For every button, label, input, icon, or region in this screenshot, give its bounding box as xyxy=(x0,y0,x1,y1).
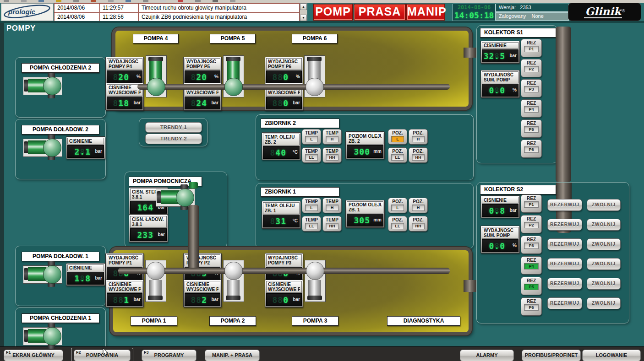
tank-2-level-flag-h-indicator: H xyxy=(412,136,425,142)
alarm-row[interactable]: 2014/08/0611:29:57Timeout ruchu obrotu g… xyxy=(55,4,299,12)
s2-rez-p5-button[interactable]: REZP5 xyxy=(521,277,542,295)
version-value: 2353 xyxy=(520,5,531,10)
pump-6-flow-display-unit: % xyxy=(296,74,300,79)
s1-rez-p3-button[interactable]: REZP3 xyxy=(521,79,542,97)
pump-6-flow-display-label-line: POMPY P6 xyxy=(268,64,300,69)
s1-rez-p4-button[interactable]: REZP4 xyxy=(521,99,542,118)
s1-rez-p2-button-top-label: REZ xyxy=(521,60,541,66)
diagnostics-button[interactable]: DIAGNOSTYKA xyxy=(387,316,460,326)
glinik-reg-mark: ® xyxy=(622,9,625,13)
s2-reserve-p5-button[interactable]: REZERWUJ xyxy=(547,278,582,290)
tank-1-temp-flag-h-indicator: H xyxy=(326,205,338,211)
tank-1-temp-display: TEMP. OLEJUZB. 188831°C xyxy=(262,201,301,229)
s2-rez-p4-button[interactable]: REZP4 xyxy=(521,256,542,275)
s2-release-p4-button[interactable]: ZWOLNIJ xyxy=(587,258,621,270)
s2-release-p6-button[interactable]: ZWOLNIJ xyxy=(587,297,621,309)
tank-1-level-flag-hh: POZ.HH xyxy=(409,216,428,232)
pump-1-icon-motor-cap xyxy=(148,296,163,300)
tank-2-temp-flag-ll: TEMPLL xyxy=(302,147,321,163)
s1-rez-p6-button[interactable]: REZP6 xyxy=(521,140,542,158)
collector-s1-flow-display-unit: % xyxy=(513,87,517,92)
s2-rez-p6-button[interactable]: REZP6 xyxy=(521,297,542,316)
s1-rez-p2-button-indicator: P2 xyxy=(524,66,539,72)
aux-pump-charge-pressure-display-label: CIŚN. ŁADOW.3.8.1 xyxy=(130,216,167,228)
collector-s2-flow-display-label-line: WYDAJNOŚĆ xyxy=(484,228,517,233)
pump-3-pressure-display-unit: bar xyxy=(293,297,300,302)
s2-release-p5-button[interactable]: ZWOLNIJ xyxy=(587,278,621,290)
pump-6-flow-display: WYDAJNOŚĆPOMPY P68880% xyxy=(265,57,303,85)
tank-2-temp-display: TEMP. OLEJUZB. 288840°C xyxy=(262,132,301,160)
toolbar-icon xyxy=(91,0,96,2)
login-label: Zalogowany xyxy=(499,13,526,19)
pump-6-pressure-display-value: 0 xyxy=(283,98,289,108)
nav-prasa-button[interactable]: PRASA xyxy=(354,4,406,21)
collector-s1-pressure-display-label-line: CIŚNIENIE xyxy=(484,43,517,48)
s2-release-p2-button[interactable]: ZWOLNIJ xyxy=(587,219,621,231)
pump-5-flow-display-label-line: WYDAJNOŚĆ xyxy=(186,59,218,64)
alarm-text: Timeout ruchu obrotu glowicy manipulator… xyxy=(139,5,299,11)
tank-2-level-display-label-line: ZB. 2 xyxy=(349,139,382,144)
footer-button-logowanie[interactable]: LOGOWANIE xyxy=(582,350,641,361)
s2-rez-p2-button[interactable]: REZP2 xyxy=(521,215,542,233)
nav-manip-button[interactable]: MANIP xyxy=(406,4,445,21)
pump-4-flow-display-value: 20 xyxy=(118,72,129,82)
toolbar-icon xyxy=(4,0,9,2)
tank-1-temp-display-unit: °C xyxy=(293,218,298,223)
trendy-1-button[interactable]: TRENDY 1 xyxy=(145,122,202,133)
footer-button-ekran-g-wny[interactable]: EKRAN GŁÓWNYF1 xyxy=(4,350,63,361)
s2-rez-p1-button[interactable]: REZP1 xyxy=(521,194,542,213)
tank-1-level-flag-l-top-label: POZ. xyxy=(388,199,407,205)
left-pump-2-pressure-display: CIŚNIENIE8882.1bar xyxy=(66,136,105,159)
fkey-label: F2 xyxy=(76,350,81,355)
toolbar-icon xyxy=(38,0,44,2)
pump-2-pressure-display-screen: 8882bar xyxy=(185,293,220,306)
tank-2-temp-flag-ll-indicator: LL xyxy=(305,154,318,161)
s1-rez-p4-button-top-label: REZ xyxy=(521,100,541,106)
tank-1-level-display-unit: mm xyxy=(373,217,382,222)
tank-1-temp-flag-h-top-label: TEMP xyxy=(323,199,341,205)
s1-rez-p5-button[interactable]: REZP5 xyxy=(521,119,542,138)
left-pump-3-pressure-display-value: 1.8 xyxy=(74,274,91,283)
alarm-date: 2014/08/06 xyxy=(55,13,100,21)
scroll-up-icon[interactable]: ▲ xyxy=(300,4,307,10)
s2-release-p3-button[interactable]: ZWOLNIJ xyxy=(587,238,621,250)
alarm-row[interactable]: 2014/08/0611:28:56Czujnik ZB6 podniesien… xyxy=(55,12,299,21)
s2-reserve-p2-button[interactable]: REZERWUJ xyxy=(547,219,582,231)
toolbar-icon xyxy=(230,0,235,2)
collector-s2-pressure-display-unit: bar xyxy=(509,208,517,213)
tank-1-level-flag-l-indicator: L xyxy=(391,205,404,211)
footer-button-pompownia[interactable]: POMPOWNIAF2 xyxy=(74,350,131,361)
s2-rez-p3-button[interactable]: REZP3 xyxy=(521,236,542,254)
nav-pomp-button[interactable]: POMP xyxy=(313,4,353,21)
s1-rez-p2-button[interactable]: REZP2 xyxy=(521,59,542,77)
s2-reserve-p6-button[interactable]: REZERWUJ xyxy=(547,297,582,309)
footer-button-alarmy[interactable]: ALARMY xyxy=(460,350,514,361)
pump-6-pressure-display-label-line: WYJŚCIOWE P6 xyxy=(268,90,300,95)
toolbar-icon xyxy=(178,0,183,2)
left-pump-panel: POMPA DOŁADOW. 2CIŚNIENIE8882.1bar xyxy=(15,119,106,179)
footer-button-programy[interactable]: PROGRAMYF3 xyxy=(142,350,196,361)
s1-rez-p1-button[interactable]: REZP1 xyxy=(521,39,542,57)
fkey-label: F1 xyxy=(6,350,11,355)
s2-release-p1-button[interactable]: ZWOLNIJ xyxy=(587,199,621,211)
s1-rez-p1-button-indicator: P1 xyxy=(524,46,539,52)
trendy-2-button[interactable]: TRENDY 2 xyxy=(145,134,202,144)
tank-2-temp-flag-hh-indicator: HH xyxy=(326,154,338,161)
alarm-scrollbar[interactable]: ▲ ▼ xyxy=(300,3,307,22)
tank-1-level-flag-h: POZ.H xyxy=(409,198,428,213)
tank-1-level-flag-h-indicator: H xyxy=(412,205,425,211)
tank-1-temp-flag-ll: TEMPLL xyxy=(302,216,321,232)
s2-reserve-p4-button[interactable]: REZERWUJ xyxy=(547,258,582,270)
footer-button-profibus-profinet[interactable]: PROFIBUS/PROFINET xyxy=(522,350,581,361)
aux-pump-charge-pressure-display-label-line: CIŚN. ŁADOW. xyxy=(132,217,165,222)
tank-title: ZBIORNIK 1 xyxy=(261,187,339,197)
footer-button-manip-prasa[interactable]: MANIP. + PRASA xyxy=(205,350,260,361)
s2-reserve-p1-button[interactable]: REZERWUJ xyxy=(547,199,582,211)
tank-1-level-flag-l: POZ.L xyxy=(388,198,407,213)
alarm-list[interactable]: 2014/08/0611:29:57Timeout ruchu obrotu g… xyxy=(54,3,300,22)
collector-s2-flow-display: WYDAJNOŚĆSUM. POMP8880.0% xyxy=(480,226,520,253)
collector-s2-flow-display-label: WYDAJNOŚĆSUM. POMP xyxy=(482,227,518,239)
scroll-down-icon[interactable]: ▼ xyxy=(300,15,307,21)
s2-reserve-p3-button[interactable]: REZERWUJ xyxy=(547,238,582,250)
toolbar-icon xyxy=(160,0,166,2)
